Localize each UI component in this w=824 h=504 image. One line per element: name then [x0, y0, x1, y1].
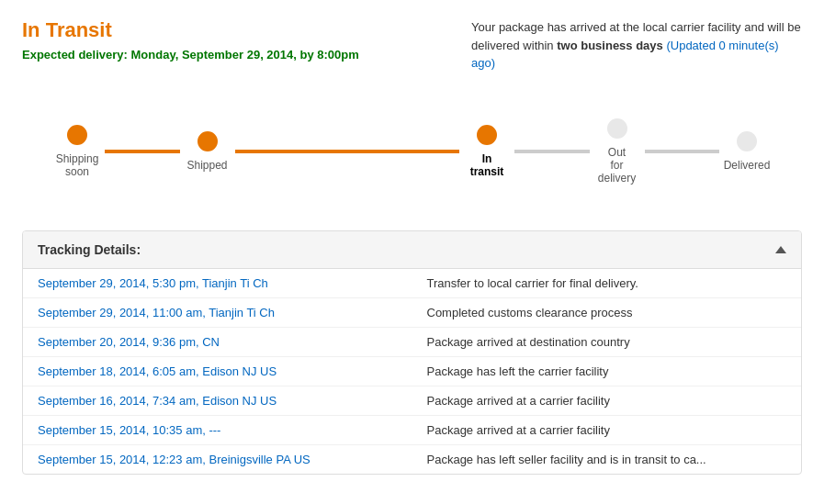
tracking-table: September 29, 2014, 5:30 pm, Tianjin Ti … — [23, 269, 801, 474]
expected-label: Expected delivery: — [22, 48, 128, 62]
header-right: Your package has arrived at the local ca… — [471, 18, 802, 73]
header-section: In Transit Expected delivery: Monday, Se… — [22, 18, 802, 73]
steps-row: Shippingsoon Shipped Intransit Outfordel… — [50, 118, 774, 185]
line-1 — [105, 150, 180, 153]
chevron-up-icon — [775, 246, 786, 253]
step-delivered: Delivered — [719, 131, 774, 172]
tracking-event: Package arrived at a carrier facility — [412, 386, 802, 415]
tracker-section: Shippingsoon Shipped Intransit Outfordel… — [22, 100, 802, 203]
tracking-row: September 20, 2014, 9:36 pm, CNPackage a… — [23, 327, 801, 356]
step-circle-5 — [737, 131, 757, 151]
tracking-event: Package arrived at destination country — [412, 327, 802, 356]
tracking-datetime: September 15, 2014, 12:23 am, Breinigsvi… — [23, 444, 412, 474]
tracking-event: Completed customs clearance process — [412, 297, 802, 327]
expected-date: Monday, September 29, 2014, by 8:00pm — [131, 48, 359, 62]
tracking-row: September 15, 2014, 10:35 am, ---Package… — [23, 415, 801, 444]
status-title: In Transit — [22, 18, 359, 42]
tracking-datetime: September 29, 2014, 11:00 am, Tianjin Ti… — [23, 297, 412, 327]
step-label-2: Shipped — [180, 159, 235, 172]
step-shipping-soon: Shippingsoon — [50, 125, 105, 178]
info-text-bold: two business days — [557, 39, 663, 52]
tracking-details-section: Tracking Details: September 29, 2014, 5:… — [22, 230, 802, 475]
line-3 — [514, 150, 590, 153]
tracking-event: Package arrived at a carrier facility — [412, 415, 802, 444]
tracking-row: September 16, 2014, 7:34 am, Edison NJ U… — [23, 386, 801, 415]
tracking-header-title: Tracking Details: — [38, 242, 141, 257]
tracking-row: September 18, 2014, 6:05 am, Edison NJ U… — [23, 356, 801, 386]
tracking-event: Package has left the carrier facility — [412, 356, 802, 386]
tracking-event: Transfer to local carrier for final deli… — [412, 269, 802, 298]
tracking-row: September 29, 2014, 11:00 am, Tianjin Ti… — [23, 297, 801, 327]
tracking-datetime: September 15, 2014, 10:35 am, --- — [23, 415, 412, 444]
step-circle-4 — [607, 118, 627, 139]
tracking-header[interactable]: Tracking Details: — [23, 231, 801, 269]
tracking-datetime: September 29, 2014, 5:30 pm, Tianjin Ti … — [23, 269, 412, 298]
tracking-datetime: September 18, 2014, 6:05 am, Edison NJ U… — [23, 356, 412, 386]
tracking-row: September 15, 2014, 12:23 am, Breinigsvi… — [23, 444, 801, 474]
step-label-1: Shippingsoon — [50, 152, 105, 178]
step-circle-1 — [67, 125, 87, 145]
line-2 — [235, 150, 460, 153]
step-label-3: Intransit — [459, 152, 514, 178]
step-circle-3 — [477, 125, 497, 145]
step-shipped: Shipped — [180, 131, 235, 172]
tracking-row: September 29, 2014, 5:30 pm, Tianjin Ti … — [23, 269, 801, 298]
step-label-4: Outfordelivery — [590, 146, 645, 185]
tracking-event: Package has left seller facility and is … — [412, 444, 802, 474]
expected-delivery: Expected delivery: Monday, September 29,… — [22, 48, 359, 62]
header-left: In Transit Expected delivery: Monday, Se… — [22, 18, 359, 62]
step-out-for-delivery: Outfordelivery — [590, 118, 645, 185]
step-circle-2 — [198, 131, 218, 151]
tracking-datetime: September 16, 2014, 7:34 am, Edison NJ U… — [23, 386, 412, 415]
tracking-datetime: September 20, 2014, 9:36 pm, CN — [23, 327, 412, 356]
step-in-transit: Intransit — [459, 125, 514, 178]
line-4 — [645, 150, 720, 153]
step-label-5: Delivered — [719, 159, 774, 172]
